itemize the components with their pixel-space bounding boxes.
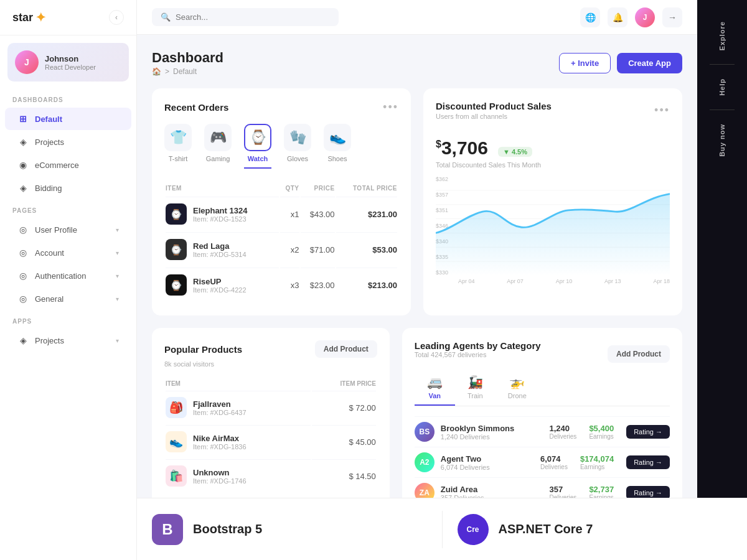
- agent-earnings: $174,074Earnings: [580, 454, 614, 470]
- watch-label: Watch: [248, 155, 268, 162]
- topbar: 🔍 🌐 🔔 J →: [137, 0, 697, 35]
- x-label: Apr 07: [507, 278, 524, 284]
- agents-subtitle: Total 424,567 deliveries: [415, 351, 541, 358]
- tab-gloves[interactable]: 🧤 Gloves: [284, 124, 311, 169]
- x-label: Apr 04: [458, 278, 475, 284]
- topbar-globe-icon[interactable]: 🌐: [580, 7, 600, 27]
- bootstrap-icon: B: [152, 514, 183, 545]
- tab-watch[interactable]: ⌚ Watch: [244, 124, 271, 169]
- buy-now-button[interactable]: Buy now: [713, 115, 731, 166]
- agents-header: Leading Agents by Category Total 424,567…: [415, 340, 670, 367]
- col-item: ITEM: [166, 181, 279, 195]
- tab-drone[interactable]: 🚁 Drone: [496, 370, 539, 406]
- agent-avatar: A2: [415, 452, 435, 472]
- item-icon: ⌚: [166, 239, 187, 260]
- bidding-icon: ◈: [17, 182, 29, 194]
- sidebar-collapse-button[interactable]: ‹: [109, 10, 124, 25]
- item-name: Fjallraven: [193, 399, 247, 409]
- agent-avatar: BS: [415, 422, 435, 442]
- total-cell: $213.00: [336, 268, 397, 302]
- tab-van[interactable]: 🚐 Van: [415, 370, 455, 406]
- category-tabs: 🚐 Van 🚂 Train 🚁 Drone: [415, 370, 670, 406]
- user-role: React Developer: [45, 63, 96, 71]
- topbar-arrow-icon[interactable]: →: [662, 7, 682, 27]
- chevron-down-icon: ▾: [116, 296, 119, 302]
- x-label: Apr 13: [604, 278, 621, 284]
- add-product-button[interactable]: Add Product: [315, 340, 377, 358]
- nav-section-apps-label: APPS: [0, 310, 136, 329]
- item-name: Nike AirMax: [193, 434, 247, 443]
- tab-shoes[interactable]: 👟 Shoes: [324, 124, 351, 169]
- help-button[interactable]: Help: [713, 70, 731, 105]
- sidebar-item-user-profile[interactable]: ◎ User Profile ▾: [5, 218, 131, 241]
- product-icon: 🎒: [166, 397, 187, 418]
- sidebar-item-projects-app[interactable]: ◈ Projects ▾: [5, 329, 131, 352]
- breadcrumb-current: Default: [173, 67, 197, 76]
- explore-button[interactable]: Explore: [713, 12, 731, 59]
- sales-amount-row: $3,706 ▼ 4.5%: [436, 130, 670, 161]
- sales-menu-icon[interactable]: •••: [654, 104, 670, 117]
- topbar-notification-icon[interactable]: 🔔: [608, 7, 627, 27]
- sidebar-item-bidding[interactable]: ◈ Bidding: [5, 177, 131, 199]
- agent-earnings: $5,400Earnings: [589, 424, 614, 440]
- sidebar-item-account[interactable]: ◎ Account ▾: [5, 241, 131, 264]
- sidebar-item-default-label: Default: [35, 114, 62, 124]
- sidebar-item-general[interactable]: ◎ General ▾: [5, 287, 131, 310]
- page-title: Dashboard: [152, 50, 223, 66]
- sidebar-item-projects[interactable]: ◈ Projects: [5, 131, 131, 153]
- sidebar-item-authentication[interactable]: ◎ Authentication ▾: [5, 264, 131, 287]
- tab-gaming[interactable]: 🎮 Gaming: [204, 124, 232, 169]
- card-menu-icon[interactable]: •••: [383, 101, 398, 114]
- item-icon: ⌚: [166, 274, 187, 296]
- chevron-down-icon: ▾: [116, 250, 119, 256]
- price-cell: $23.00: [301, 268, 335, 302]
- list-item: BS Brooklyn Simmons 1,240 Deliveries 1,2…: [415, 416, 670, 447]
- sales-badge: ▼ 4.5%: [498, 147, 532, 157]
- logo-star-icon: ✦: [35, 10, 46, 25]
- products-table: ITEM ITEM PRICE 🎒FjallravenItem: #XDG-64…: [164, 376, 377, 493]
- page-header-left: Dashboard 🏠 > Default: [152, 50, 223, 76]
- agent-count: 6,074Deliveries: [540, 454, 568, 470]
- sidebar-item-general-label: General: [35, 294, 63, 304]
- item-id: Item: #XDG-1746: [193, 477, 247, 485]
- rating-button[interactable]: Rating →: [626, 455, 670, 469]
- drone-icon: 🚁: [509, 375, 525, 390]
- sidebar-logo: star✦ ‹: [0, 0, 136, 35]
- item-id: Item: #XDG-5314: [193, 251, 247, 258]
- sidebar-item-default[interactable]: ⊞ Default: [5, 108, 131, 130]
- van-label: Van: [429, 392, 441, 399]
- nav-dashboards: DASHBOARDS ⊞ Default ◈ Projects ◉ eComme…: [0, 89, 136, 200]
- item-id: Item: #XDG-6437: [193, 409, 247, 416]
- logo: star✦: [12, 10, 46, 25]
- gaming-icon: 🎮: [204, 124, 232, 151]
- sidebar-item-ecommerce[interactable]: ◉ eCommerce: [5, 154, 131, 176]
- total-cell: $231.00: [336, 197, 397, 231]
- product-icon: 👟: [166, 431, 187, 452]
- invite-button[interactable]: + Invite: [559, 53, 611, 73]
- orders-table: ITEM QTY PRICE TOTAL PRICE ⌚Elephant 132…: [164, 180, 398, 303]
- product-price: $ 14.50: [312, 459, 376, 492]
- rating-button[interactable]: Rating →: [626, 425, 670, 439]
- table-row: ⌚Red LagaItem: #XDG-5314 x2 $71.00 $53.0…: [166, 232, 397, 266]
- popular-products-card: Popular Products Add Product 8k social v…: [152, 328, 390, 520]
- search-input[interactable]: [176, 12, 330, 22]
- search-box[interactable]: 🔍: [152, 8, 339, 26]
- tab-tshirt[interactable]: 👕 T-shirt: [164, 124, 192, 169]
- agent-stats: 1,240Deliveries $5,400Earnings Rating →: [549, 424, 670, 440]
- table-row: ⌚RiseUPItem: #XDG-4222 x3 $23.00 $213.00: [166, 268, 397, 302]
- card-title-orders: Recent Orders: [164, 102, 228, 113]
- create-app-button[interactable]: Create App: [617, 53, 682, 73]
- add-agent-product-button[interactable]: Add Product: [608, 345, 670, 363]
- item-name: Unknown: [193, 468, 247, 477]
- nav-apps: APPS ◈ Projects ▾: [0, 310, 136, 352]
- train-label: Train: [467, 392, 483, 399]
- topbar-avatar[interactable]: J: [635, 7, 655, 27]
- sidebar-item-ecommerce-label: eCommerce: [35, 161, 79, 170]
- aspnet-card: Cre ASP.NET Core 7: [443, 502, 748, 558]
- product-price: $ 45.00: [312, 425, 376, 458]
- tab-train[interactable]: 🚂 Train: [455, 370, 496, 406]
- ecommerce-icon: ◉: [17, 159, 29, 170]
- van-icon: 🚐: [427, 375, 443, 390]
- chart-area: [436, 176, 670, 276]
- user-card: J Johnson React Developer: [7, 43, 129, 82]
